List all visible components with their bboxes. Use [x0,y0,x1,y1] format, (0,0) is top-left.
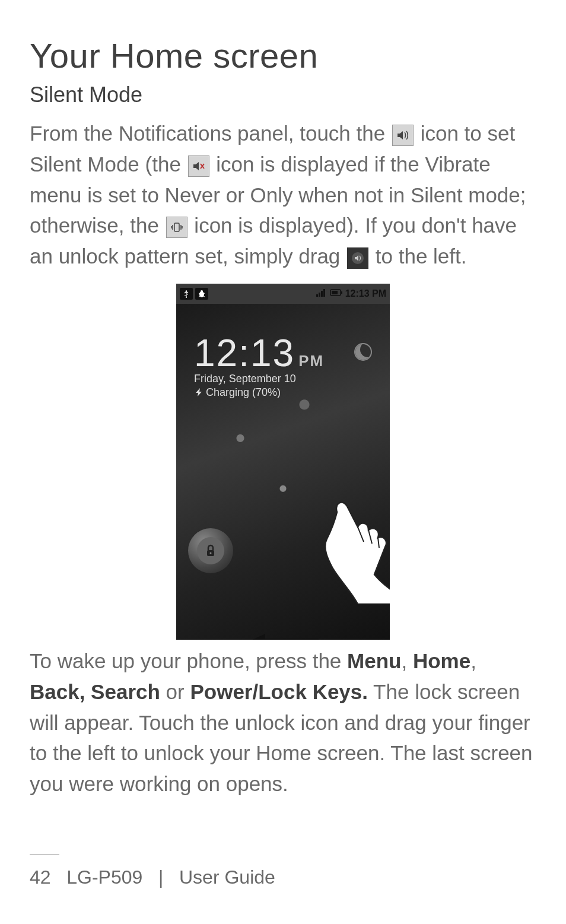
svg-point-13 [210,552,212,554]
svg-point-2 [186,297,187,298]
moon-icon [354,343,372,361]
guide-label: User Guide [179,866,275,888]
page-number: 42 [30,866,51,888]
debug-icon [195,288,208,300]
text-span: to the left. [376,245,467,268]
drag-sound-icon [347,247,368,269]
unlock-button[interactable] [188,528,233,573]
gesture-hand-icon [304,491,390,604]
svg-rect-6 [319,293,320,297]
clock-pm-text: PM [298,352,324,370]
body-paragraph-2: To wake up your phone, press the Menu, H… [30,646,536,799]
text-span: From the Notifications panel, touch the [30,122,391,145]
bold-menu: Menu [347,649,401,672]
svg-rect-0 [174,223,179,231]
footer-divider [30,854,59,855]
bold-home: Home [413,649,470,672]
status-bar: 12:13 PM [176,284,390,304]
section-heading: Silent Mode [30,82,536,107]
text-span: To wake up your phone, press the [30,649,347,672]
lockscreen-clock: 12:13 PM Friday, September 10 Charging (… [194,331,324,399]
usb-icon [180,288,193,300]
text-span: , [470,649,476,672]
lockscreen-figure: 12:13 PM 12:13 PM Friday, September 10 C… [30,284,536,640]
text-span: or [160,680,190,703]
battery-icon [330,288,343,299]
svg-rect-11 [332,291,338,294]
clock-charge-text: Charging (70%) [206,386,281,399]
sound-muted-icon [188,155,209,177]
lock-icon [203,543,218,558]
svg-rect-7 [321,291,323,297]
drag-left-arrow-icon [247,633,319,640]
footer-divider-text: | [158,866,163,888]
svg-rect-8 [323,289,325,297]
bold-back-search: Back, Search [30,680,160,703]
signal-icon [316,288,327,300]
vibrate-icon [166,217,187,238]
model-number: LG-P509 [66,866,142,888]
page-footer: 42 LG-P509 | User Guide [30,854,536,888]
text-span: , [401,649,412,672]
svg-rect-5 [316,294,318,297]
status-time: 12:13 PM [345,288,386,299]
page-title: Your Home screen [30,36,536,75]
clock-time-text: 12:13 [194,331,295,375]
phone-screenshot: 12:13 PM 12:13 PM Friday, September 10 C… [176,284,390,640]
clock-date-text: Friday, September 10 [194,373,324,385]
sound-on-icon [392,125,414,146]
svg-point-4 [201,290,203,293]
bold-power: Power/Lock Keys. [190,680,368,703]
charging-icon [194,388,203,397]
svg-rect-10 [341,291,342,294]
body-paragraph-1: From the Notifications panel, touch the … [30,118,536,272]
